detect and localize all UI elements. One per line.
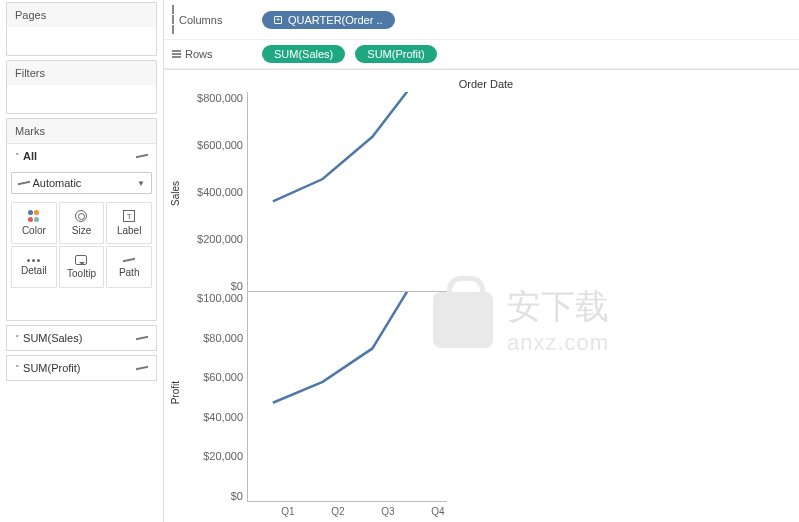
measure-profit-label: SUM(Profit) <box>23 362 80 374</box>
size-label: Size <box>72 225 91 236</box>
tooltip-label: Tooltip <box>67 268 96 279</box>
chevron-down-icon: ˅ <box>15 364 20 374</box>
pill-quarter-label: QUARTER(Order .. <box>288 14 383 26</box>
rows-shelf[interactable]: Rows SUM(Sales) SUM(Profit) <box>164 40 799 69</box>
line-icon <box>18 179 30 187</box>
rows-icon <box>172 50 181 58</box>
tooltip-card[interactable]: Tooltip <box>59 246 105 288</box>
tooltip-icon <box>75 255 87 265</box>
pill-sales[interactable]: SUM(Sales) <box>262 45 345 63</box>
plus-icon: + <box>274 16 282 24</box>
label-icon: T <box>123 210 135 222</box>
viz-area: Sales Profit Order Date $800,000$600,000… <box>164 70 799 522</box>
measure-sales-row[interactable]: ˅ SUM(Sales) <box>6 325 157 351</box>
sales-chart: $800,000$600,000$400,000$200,000$0 <box>183 92 789 292</box>
pill-sales-label: SUM(Sales) <box>274 48 333 60</box>
detail-card[interactable]: Detail <box>11 246 57 288</box>
chart-title: Order Date <box>183 74 789 92</box>
chevron-down-icon: ˅ <box>15 334 20 344</box>
size-card[interactable]: Size <box>59 202 105 244</box>
path-icon <box>123 256 135 264</box>
measure-sales-label: SUM(Sales) <box>23 332 82 344</box>
columns-label: Columns <box>179 14 222 26</box>
y-axis-sales: Sales <box>170 181 181 206</box>
marks-all-row[interactable]: ˄ All <box>7 143 156 168</box>
pill-quarter[interactable]: +QUARTER(Order .. <box>262 11 395 29</box>
line-icon <box>136 364 148 372</box>
y-axis-profit: Profit <box>170 381 181 404</box>
profit-chart: $100,000$80,000$60,000$40,000$20,000$0 <box>183 292 789 502</box>
mark-type-select[interactable]: Automatic ▼ <box>11 172 152 194</box>
detail-label: Detail <box>21 265 47 276</box>
filters-panel: Filters <box>6 60 157 114</box>
y-tick-labels-profit: $100,000$80,000$60,000$40,000$20,000$0 <box>183 292 247 502</box>
y-tick-labels-sales: $800,000$600,000$400,000$200,000$0 <box>183 92 247 292</box>
label-label: Label <box>117 225 141 236</box>
color-card[interactable]: Color <box>11 202 57 244</box>
color-label: Color <box>22 225 46 236</box>
rows-label: Rows <box>185 48 213 60</box>
mark-type-label: Automatic <box>32 177 81 189</box>
pages-header: Pages <box>7 3 156 27</box>
marks-header: Marks <box>7 119 156 143</box>
label-card[interactable]: T Label <box>106 202 152 244</box>
chevron-up-icon: ˄ <box>15 152 20 162</box>
path-label: Path <box>119 267 140 278</box>
columns-icon <box>172 5 175 34</box>
columns-shelf[interactable]: Columns +QUARTER(Order .. <box>164 0 799 40</box>
measure-profit-row[interactable]: ˅ SUM(Profit) <box>6 355 157 381</box>
size-icon <box>75 210 87 222</box>
marks-all-label: All <box>23 150 37 162</box>
filters-header: Filters <box>7 61 156 85</box>
pages-panel: Pages <box>6 2 157 56</box>
caret-down-icon: ▼ <box>137 179 145 188</box>
color-icon <box>28 210 40 222</box>
pill-profit[interactable]: SUM(Profit) <box>355 45 436 63</box>
marks-panel: Marks ˄ All Automatic ▼ Color Size <box>6 118 157 321</box>
x-axis-labels: Q1Q2Q3Q4 <box>263 502 463 517</box>
line-icon <box>136 152 148 160</box>
pill-profit-label: SUM(Profit) <box>367 48 424 60</box>
detail-icon <box>27 259 40 262</box>
path-card[interactable]: Path <box>106 246 152 288</box>
line-icon <box>136 334 148 342</box>
